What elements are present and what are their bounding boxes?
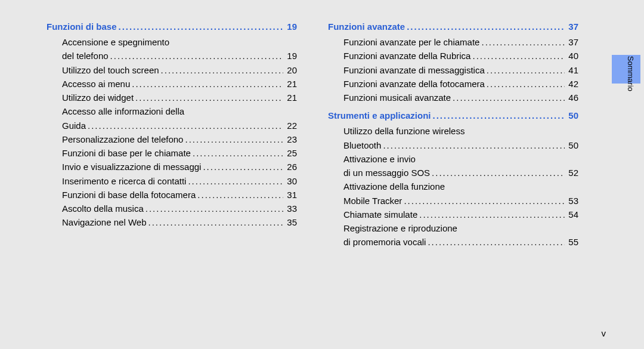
leader-dots: ........................................…	[433, 110, 565, 121]
toc-entry-label-line1: Registrazione e riproduzione	[343, 221, 578, 235]
toc-entry[interactable]: Accensione e spegnimentodel telefono....…	[47, 35, 297, 63]
toc-entry[interactable]: Funzioni avanzate di messaggistica......…	[328, 63, 578, 77]
toc-entry[interactable]: Registrazione e riproduzionedi promemori…	[328, 221, 578, 249]
toc-entry[interactable]: Funzioni avanzate della Rubrica.........…	[328, 49, 578, 63]
toc-entry-label: Chiamate simulate	[343, 208, 417, 221]
toc-entry-line2: Guida...................................…	[62, 119, 297, 132]
leader-dots: ........................................…	[472, 49, 565, 63]
leader-dots: ........................................…	[419, 208, 565, 221]
leader-dots: ........................................…	[148, 215, 283, 229]
toc-entry[interactable]: Funzioni avanzate per le chiamate.......…	[328, 35, 578, 49]
toc-entry-label: Ascolto della musica	[62, 202, 144, 215]
toc-entry-page: 21	[285, 77, 297, 91]
toc-entry-line2: Bluetooth...............................…	[343, 138, 578, 152]
leader-dots: ........................................…	[487, 77, 565, 91]
toc-column-left: Funzioni di base........................…	[47, 21, 297, 349]
toc-entry-page: 21	[285, 91, 297, 104]
toc-entry-label: Utilizzo dei widget	[62, 91, 134, 104]
toc-section-head[interactable]: Funzioni avanzate.......................…	[328, 21, 578, 32]
toc-entry-label: Invio e visualizzazione di messaggi	[62, 160, 201, 174]
toc-entry-label: Funzioni avanzate di messaggistica	[343, 63, 485, 77]
leader-dots: ........................................…	[407, 21, 564, 32]
leader-dots: ........................................…	[188, 174, 283, 188]
leader-dots: ........................................…	[453, 91, 565, 104]
toc-entry-label-line2: Bluetooth	[343, 138, 381, 152]
toc-entry[interactable]: Attivazione e inviodi un messaggio SOS..…	[328, 152, 578, 180]
toc-entry[interactable]: Utilizzo della funzione wirelessBluetoot…	[328, 124, 578, 152]
toc-entry-label: Navigazione nel Web	[62, 215, 146, 229]
toc-entry-page: 37	[566, 35, 578, 49]
toc-entry[interactable]: Funzioni avanzate della fotocamera......…	[328, 77, 578, 91]
toc-entry-page: 35	[285, 215, 297, 229]
toc-entry[interactable]: Attivazione della funzioneMobile Tracker…	[328, 180, 578, 208]
toc-entry[interactable]: Funzioni di base per le chiamate........…	[47, 146, 297, 160]
toc-entry-line2: del telefono............................…	[62, 49, 297, 63]
toc-entry[interactable]: Invio e visualizzazione di messaggi.....…	[47, 160, 297, 174]
toc-section-head[interactable]: Strumenti e applicazioni................…	[328, 110, 578, 121]
toc-entry-label-line1: Accesso alle informazioni della	[62, 104, 297, 118]
toc-entry-page: 23	[285, 132, 297, 146]
toc-entry-label: Funzioni di base per le chiamate	[62, 146, 191, 160]
toc-column-right: Funzioni avanzate.......................…	[328, 21, 578, 349]
leader-dots: ........................................…	[428, 235, 565, 249]
toc-entry-page: 54	[566, 208, 578, 221]
toc-entry-label-line1: Attivazione della funzione	[343, 180, 578, 193]
toc-entry-page: 55	[566, 235, 578, 249]
leader-dots: ........................................…	[135, 91, 283, 104]
toc-section-title: Funzioni di base	[47, 21, 117, 32]
toc-entry[interactable]: Accesso alle informazioni dellaGuida....…	[47, 104, 297, 132]
toc-entry[interactable]: Funzioni di base della fotocamera.......…	[47, 188, 297, 202]
toc-entry-page: 26	[285, 160, 297, 174]
toc-entry-page: 53	[566, 194, 578, 208]
toc-entry-label: Funzioni avanzate della Rubrica	[343, 49, 470, 63]
toc-entry-label: Funzioni avanzate per le chiamate	[343, 35, 479, 49]
toc-section-page: 37	[566, 21, 578, 32]
toc-entry-label: Accesso ai menu	[62, 77, 130, 91]
leader-dots: ........................................…	[203, 160, 283, 174]
toc-entry[interactable]: Utilizzo dei widget.....................…	[47, 91, 297, 104]
toc-entry-label-line1: Accensione e spegnimento	[62, 35, 297, 49]
toc-entry-label-line2: del telefono	[62, 49, 109, 63]
toc-entry-page: 31	[285, 188, 297, 202]
leader-dots: ........................................…	[119, 21, 283, 32]
toc-entry[interactable]: Chiamate simulate.......................…	[328, 208, 578, 221]
toc-entry-page: 40	[566, 49, 578, 63]
toc-entry-page: 25	[285, 146, 297, 160]
page-number: v	[602, 328, 606, 338]
toc-entry-page: 50	[566, 138, 578, 152]
leader-dots: ........................................…	[383, 138, 565, 152]
toc-section-title: Funzioni avanzate	[328, 21, 405, 32]
toc-entry-line2: di un messaggio SOS.....................…	[343, 166, 578, 180]
toc-entry-label: Funzioni musicali avanzate	[343, 91, 451, 104]
toc-entry[interactable]: Funzioni musicali avanzate..............…	[328, 91, 578, 104]
toc-entry[interactable]: Navigazione nel Web.....................…	[47, 215, 297, 229]
leader-dots: ........................................…	[197, 188, 283, 202]
leader-dots: ........................................…	[432, 166, 565, 180]
toc-entry-label-line2: Mobile Tracker	[343, 194, 402, 208]
toc-section-title: Strumenti e applicazioni	[328, 110, 431, 121]
leader-dots: ........................................…	[110, 49, 284, 63]
toc-section-page: 19	[284, 21, 297, 32]
toc-section-page: 50	[566, 110, 578, 121]
toc-entry-page: 20	[285, 63, 297, 77]
toc-section-head[interactable]: Funzioni di base........................…	[47, 21, 297, 32]
toc-entry-label-line2: di promemoria vocali	[343, 235, 426, 249]
toc-entry-page: 42	[566, 77, 578, 91]
toc-entry-line2: di promemoria vocali....................…	[343, 235, 578, 249]
toc-entry-page: 41	[566, 63, 578, 77]
toc-page: Funzioni di base........................…	[0, 0, 602, 349]
toc-entry-page: 22	[285, 119, 297, 132]
toc-entry[interactable]: Inserimento e ricerca di contatti.......…	[47, 174, 297, 188]
toc-entry-page: 19	[285, 49, 297, 63]
toc-entry-label: Funzioni di base della fotocamera	[62, 188, 196, 202]
toc-entry-label-line1: Attivazione e invio	[343, 152, 578, 166]
toc-entry[interactable]: Utilizzo del touch screen...............…	[47, 63, 297, 77]
leader-dots: ........................................…	[185, 132, 283, 146]
toc-entry[interactable]: Ascolto della musica....................…	[47, 202, 297, 215]
toc-entry-label: Funzioni avanzate della fotocamera	[343, 77, 485, 91]
toc-entry[interactable]: Personalizzazione del telefono..........…	[47, 132, 297, 146]
leader-dots: ........................................…	[481, 35, 565, 49]
toc-entry-page: 46	[566, 91, 578, 104]
leader-dots: ........................................…	[404, 194, 565, 208]
toc-entry[interactable]: Accesso ai menu.........................…	[47, 77, 297, 91]
